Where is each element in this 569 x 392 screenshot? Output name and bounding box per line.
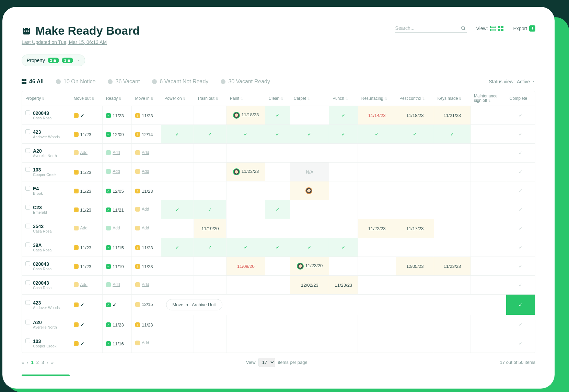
- add-link[interactable]: Add: [142, 341, 149, 345]
- move-out-cell[interactable]: !✓: [70, 106, 103, 125]
- move-out-cell[interactable]: !11/23: [70, 125, 103, 144]
- move-out-cell[interactable]: !✓: [70, 334, 103, 353]
- task-cell[interactable]: [434, 238, 471, 257]
- col-trash-out[interactable]: Trash out⇅: [194, 91, 227, 106]
- complete-cell[interactable]: ✓: [506, 144, 535, 163]
- task-cell[interactable]: [358, 200, 396, 219]
- page-link[interactable]: «: [22, 360, 24, 365]
- row-checkbox[interactable]: [25, 261, 30, 266]
- move-in-cell[interactable]: !11/23: [132, 238, 161, 257]
- move-out-cell[interactable]: !11/23: [70, 238, 103, 257]
- tab-all[interactable]: 46 All: [22, 79, 44, 85]
- task-cell[interactable]: [358, 276, 396, 295]
- col-punch[interactable]: Punch⇅: [329, 91, 358, 106]
- task-cell[interactable]: ✓: [227, 125, 265, 144]
- task-cell[interactable]: [471, 257, 506, 276]
- complete-cell[interactable]: ✓: [506, 200, 535, 219]
- col-resurfacing[interactable]: Resurfacing⇅: [358, 91, 396, 106]
- task-cell[interactable]: 11/23/23: [227, 163, 265, 181]
- col-maintenance[interactable]: Maintenancesign off⇅: [471, 91, 506, 106]
- task-cell[interactable]: [329, 257, 358, 276]
- task-cell[interactable]: [290, 315, 329, 334]
- task-cell[interactable]: [265, 257, 290, 276]
- col-pest[interactable]: Pest control⇅: [396, 91, 434, 106]
- task-cell[interactable]: 12/02/23: [290, 276, 329, 295]
- task-cell[interactable]: [396, 181, 434, 200]
- search-box[interactable]: [395, 24, 467, 33]
- complete-cell[interactable]: ✓: [506, 125, 535, 144]
- add-link[interactable]: Add: [142, 207, 149, 212]
- col-keys[interactable]: Keys made⇅: [434, 91, 471, 106]
- col-carpet[interactable]: Carpet⇅: [290, 91, 329, 106]
- task-cell[interactable]: [227, 276, 265, 295]
- task-cell[interactable]: [227, 181, 265, 200]
- task-cell[interactable]: ✓: [227, 238, 265, 257]
- row-checkbox[interactable]: [25, 167, 30, 172]
- task-cell[interactable]: [434, 163, 471, 181]
- task-cell[interactable]: ✓: [290, 238, 329, 257]
- task-cell[interactable]: [358, 257, 396, 276]
- task-cell[interactable]: [290, 200, 329, 219]
- complete-cell[interactable]: ✓: [506, 106, 535, 125]
- per-page-select[interactable]: 17: [258, 358, 275, 367]
- page-link[interactable]: ›: [47, 360, 48, 365]
- task-cell[interactable]: [194, 144, 227, 163]
- add-link[interactable]: Add: [80, 282, 88, 287]
- move-out-cell[interactable]: Add: [70, 144, 103, 163]
- ready-cell[interactable]: ✓11/21: [103, 200, 132, 219]
- task-cell[interactable]: 11/17/23: [396, 219, 434, 238]
- task-cell[interactable]: [194, 257, 227, 276]
- move-out-cell[interactable]: !11/23: [70, 181, 103, 200]
- task-cell[interactable]: [396, 200, 434, 219]
- move-out-cell[interactable]: Add: [70, 276, 103, 295]
- task-cell[interactable]: ✓: [329, 238, 358, 257]
- add-link[interactable]: Add: [142, 282, 149, 287]
- task-cell[interactable]: ✓: [194, 125, 227, 144]
- task-cell[interactable]: [358, 181, 396, 200]
- task-cell[interactable]: ✓: [358, 125, 396, 144]
- task-cell[interactable]: [329, 200, 358, 219]
- search-input[interactable]: [395, 25, 461, 31]
- col-move-out[interactable]: Move out⇅: [70, 91, 103, 106]
- move-in-cell[interactable]: 12/15: [132, 295, 161, 315]
- task-cell[interactable]: 11/23/23: [434, 257, 471, 276]
- move-out-cell[interactable]: !11/23: [70, 163, 103, 181]
- task-cell[interactable]: [358, 334, 396, 353]
- task-cell[interactable]: [161, 219, 194, 238]
- task-cell[interactable]: [471, 106, 506, 125]
- task-cell[interactable]: ✓: [329, 106, 358, 125]
- task-cell[interactable]: ✓: [396, 125, 434, 144]
- task-cell[interactable]: [227, 144, 265, 163]
- task-cell[interactable]: ✓: [290, 125, 329, 144]
- task-cell[interactable]: [265, 315, 290, 334]
- complete-cell[interactable]: ✓: [506, 163, 535, 181]
- task-cell[interactable]: [161, 315, 194, 334]
- add-link[interactable]: Add: [142, 169, 149, 174]
- row-checkbox[interactable]: [25, 320, 30, 324]
- task-cell[interactable]: [434, 334, 471, 353]
- grid-view-icon[interactable]: [498, 25, 504, 32]
- task-cell[interactable]: 11/22/23: [358, 219, 396, 238]
- task-cell[interactable]: ✓: [194, 200, 227, 219]
- page-link[interactable]: 3: [42, 360, 44, 365]
- move-in-cell[interactable]: Add: [132, 163, 161, 181]
- col-move-in[interactable]: Move in⇅: [132, 91, 161, 106]
- ready-cell[interactable]: ✓11/16: [103, 334, 132, 353]
- task-cell[interactable]: [194, 315, 227, 334]
- task-cell[interactable]: 11/23/23: [329, 276, 358, 295]
- row-checkbox[interactable]: [25, 186, 30, 191]
- task-cell[interactable]: [194, 163, 227, 181]
- status-view-toggle[interactable]: Status view: Active: [489, 79, 535, 84]
- move-in-cell[interactable]: !11/23: [132, 106, 161, 125]
- task-cell[interactable]: ✓: [265, 106, 290, 125]
- task-cell[interactable]: [290, 106, 329, 125]
- ready-cell[interactable]: Add: [103, 219, 132, 238]
- row-checkbox[interactable]: [25, 148, 30, 153]
- task-cell[interactable]: [161, 276, 194, 295]
- row-checkbox[interactable]: [25, 205, 30, 210]
- move-in-cell[interactable]: !11/23: [132, 257, 161, 276]
- add-link[interactable]: Add: [142, 150, 149, 155]
- task-cell[interactable]: [434, 219, 471, 238]
- task-cell[interactable]: [471, 163, 506, 181]
- task-cell[interactable]: [329, 181, 358, 200]
